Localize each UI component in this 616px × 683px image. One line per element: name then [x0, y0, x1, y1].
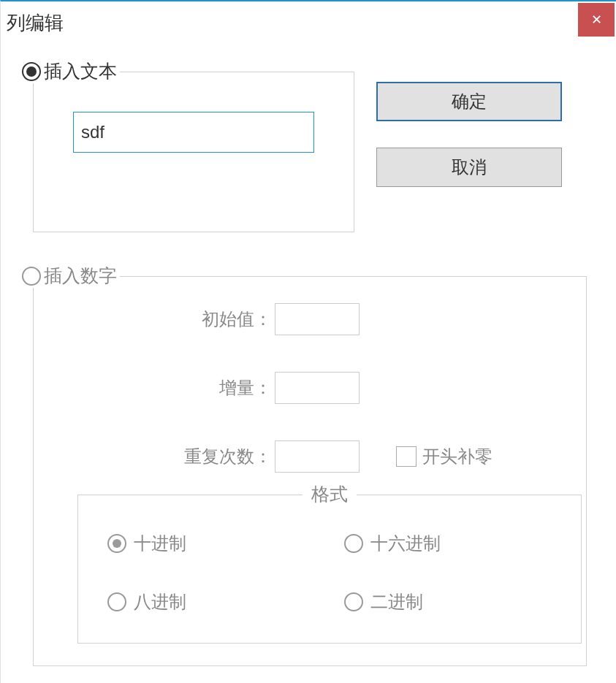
initial-value-label: 初始值：	[56, 308, 275, 331]
format-legend: 格式	[303, 482, 357, 506]
dialog-content: 插入文本 确定 取消 插入数字 初始值：	[1, 42, 616, 666]
close-icon: ✕	[591, 12, 602, 28]
format-label-hex: 十六进制	[370, 532, 441, 555]
cancel-button[interactable]: 取消	[376, 148, 562, 187]
insert-text-group: 插入文本	[33, 72, 354, 232]
titlebar: 列编辑 ✕	[1, 1, 616, 42]
insert-text-input[interactable]	[73, 112, 314, 153]
leading-zero-wrap: 开头补零	[396, 445, 493, 468]
action-buttons: 确定 取消	[376, 82, 562, 187]
leading-zero-label: 开头补零	[422, 445, 493, 468]
insert-number-radio[interactable]	[22, 267, 41, 286]
window-title: 列编辑	[1, 1, 64, 36]
insert-number-group: 插入数字 初始值： 增量： 重复次数： 开头补零 格式	[33, 276, 587, 666]
format-radio-dec[interactable]	[107, 534, 126, 553]
format-option-hex[interactable]: 十六进制	[344, 532, 552, 555]
initial-value-row: 初始值：	[56, 303, 564, 335]
repeat-row: 重复次数： 开头补零	[56, 440, 564, 473]
radio-selected-icon	[113, 539, 121, 548]
ok-button[interactable]: 确定	[376, 82, 562, 121]
initial-value-input[interactable]	[275, 303, 360, 335]
format-option-oct[interactable]: 八进制	[107, 590, 315, 614]
insert-text-radio[interactable]	[22, 62, 41, 81]
format-radio-hex[interactable]	[344, 534, 363, 553]
dialog-window: 列编辑 ✕ 插入文本 确定 取消	[0, 0, 616, 683]
increment-label: 增量：	[56, 376, 275, 400]
format-options: 十进制 十六进制 八进制 二进制	[107, 532, 552, 614]
repeat-input[interactable]	[275, 440, 360, 473]
increment-input[interactable]	[275, 372, 360, 404]
insert-number-label: 插入数字	[44, 264, 117, 288]
repeat-label: 重复次数：	[56, 445, 275, 468]
close-button[interactable]: ✕	[578, 3, 615, 37]
format-radio-bin[interactable]	[344, 592, 363, 611]
format-option-dec[interactable]: 十进制	[107, 532, 315, 555]
top-row: 插入文本 确定 取消	[23, 72, 594, 232]
insert-number-legend: 插入数字	[22, 264, 120, 288]
insert-text-label: 插入文本	[44, 59, 117, 83]
increment-row: 增量：	[56, 372, 564, 404]
insert-text-legend: 插入文本	[22, 59, 120, 83]
format-label-dec: 十进制	[134, 532, 186, 555]
cancel-button-label: 取消	[452, 156, 487, 179]
format-radio-oct[interactable]	[107, 592, 126, 611]
format-label-bin: 二进制	[370, 590, 423, 614]
radio-selected-icon	[26, 66, 37, 77]
leading-zero-checkbox[interactable]	[396, 446, 417, 467]
format-label-oct: 八进制	[134, 590, 186, 614]
format-option-bin[interactable]: 二进制	[344, 590, 552, 614]
format-group: 格式 十进制 十六进制 八进制	[77, 495, 582, 644]
ok-button-label: 确定	[452, 90, 487, 113]
